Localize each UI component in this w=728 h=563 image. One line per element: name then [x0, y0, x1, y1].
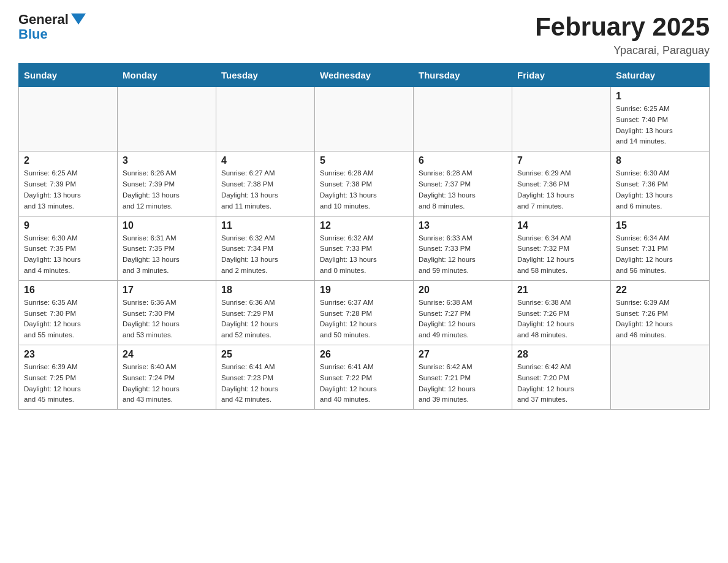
calendar-cell: 17Sunrise: 6:36 AMSunset: 7:30 PMDayligh…	[118, 280, 216, 345]
calendar-cell: 25Sunrise: 6:41 AMSunset: 7:23 PMDayligh…	[216, 345, 315, 410]
calendar-cell: 3Sunrise: 6:26 AMSunset: 7:39 PMDaylight…	[118, 151, 216, 216]
calendar-cell: 13Sunrise: 6:33 AMSunset: 7:33 PMDayligh…	[414, 216, 512, 280]
day-info: Sunrise: 6:39 AMSunset: 7:25 PMDaylight:…	[24, 362, 112, 405]
day-header-thursday: Thursday	[414, 64, 512, 87]
day-info: Sunrise: 6:28 AMSunset: 7:37 PMDaylight:…	[419, 168, 507, 212]
calendar-cell: 6Sunrise: 6:28 AMSunset: 7:37 PMDaylight…	[414, 151, 512, 216]
calendar-cell	[19, 87, 118, 151]
calendar-table: SundayMondayTuesdayWednesdayThursdayFrid…	[18, 63, 710, 410]
logo-triangle-icon	[71, 13, 86, 25]
day-info: Sunrise: 6:41 AMSunset: 7:22 PMDaylight:…	[320, 362, 408, 405]
day-info: Sunrise: 6:38 AMSunset: 7:27 PMDaylight:…	[419, 297, 507, 341]
day-number: 23	[24, 349, 112, 360]
day-info: Sunrise: 6:36 AMSunset: 7:30 PMDaylight:…	[123, 297, 211, 341]
calendar-cell: 1Sunrise: 6:25 AMSunset: 7:40 PMDaylight…	[611, 87, 710, 151]
day-number: 18	[221, 285, 309, 296]
calendar-cell: 22Sunrise: 6:39 AMSunset: 7:26 PMDayligh…	[611, 280, 710, 345]
day-info: Sunrise: 6:26 AMSunset: 7:39 PMDaylight:…	[123, 168, 211, 212]
day-info: Sunrise: 6:42 AMSunset: 7:20 PMDaylight:…	[517, 362, 605, 405]
calendar-cell: 21Sunrise: 6:38 AMSunset: 7:26 PMDayligh…	[512, 280, 611, 345]
day-info: Sunrise: 6:27 AMSunset: 7:38 PMDaylight:…	[221, 168, 309, 212]
calendar-cell: 14Sunrise: 6:34 AMSunset: 7:32 PMDayligh…	[512, 216, 611, 280]
week-row-4: 16Sunrise: 6:35 AMSunset: 7:30 PMDayligh…	[19, 280, 710, 345]
day-number: 25	[221, 349, 309, 360]
title-block: February 2025 Ypacarai, Paraguay	[535, 12, 710, 57]
day-info: Sunrise: 6:30 AMSunset: 7:36 PMDaylight:…	[616, 168, 704, 212]
day-number: 4	[221, 155, 309, 166]
day-number: 26	[320, 349, 408, 360]
day-info: Sunrise: 6:39 AMSunset: 7:26 PMDaylight:…	[616, 297, 704, 341]
day-info: Sunrise: 6:32 AMSunset: 7:34 PMDaylight:…	[221, 233, 309, 277]
calendar-cell: 18Sunrise: 6:36 AMSunset: 7:29 PMDayligh…	[216, 280, 315, 345]
day-header-saturday: Saturday	[611, 64, 710, 87]
day-header-monday: Monday	[118, 64, 216, 87]
calendar-cell: 19Sunrise: 6:37 AMSunset: 7:28 PMDayligh…	[315, 280, 414, 345]
day-number: 8	[616, 155, 704, 166]
calendar-cell	[118, 87, 216, 151]
day-number: 14	[517, 220, 605, 231]
calendar-cell: 16Sunrise: 6:35 AMSunset: 7:30 PMDayligh…	[19, 280, 118, 345]
calendar-cell: 8Sunrise: 6:30 AMSunset: 7:36 PMDaylight…	[611, 151, 710, 216]
day-info: Sunrise: 6:30 AMSunset: 7:35 PMDaylight:…	[24, 233, 112, 277]
day-info: Sunrise: 6:42 AMSunset: 7:21 PMDaylight:…	[419, 362, 507, 405]
day-info: Sunrise: 6:34 AMSunset: 7:32 PMDaylight:…	[517, 233, 605, 277]
day-info: Sunrise: 6:40 AMSunset: 7:24 PMDaylight:…	[123, 362, 211, 405]
logo-blue: Blue	[18, 27, 48, 42]
day-number: 11	[221, 220, 309, 231]
calendar-header-row: SundayMondayTuesdayWednesdayThursdayFrid…	[19, 64, 710, 87]
day-number: 24	[123, 349, 211, 360]
day-number: 21	[517, 285, 605, 296]
calendar-cell: 4Sunrise: 6:27 AMSunset: 7:38 PMDaylight…	[216, 151, 315, 216]
day-info: Sunrise: 6:34 AMSunset: 7:31 PMDaylight:…	[616, 233, 704, 277]
calendar-cell	[315, 87, 414, 151]
day-header-sunday: Sunday	[19, 64, 118, 87]
day-info: Sunrise: 6:38 AMSunset: 7:26 PMDaylight:…	[517, 297, 605, 341]
day-number: 9	[24, 220, 112, 231]
calendar-cell: 12Sunrise: 6:32 AMSunset: 7:33 PMDayligh…	[315, 216, 414, 280]
day-info: Sunrise: 6:25 AMSunset: 7:40 PMDaylight:…	[616, 104, 704, 147]
day-number: 3	[123, 155, 211, 166]
day-info: Sunrise: 6:41 AMSunset: 7:23 PMDaylight:…	[221, 362, 309, 405]
calendar-cell	[414, 87, 512, 151]
calendar-cell: 24Sunrise: 6:40 AMSunset: 7:24 PMDayligh…	[118, 345, 216, 410]
day-info: Sunrise: 6:25 AMSunset: 7:39 PMDaylight:…	[24, 168, 112, 212]
calendar-cell: 7Sunrise: 6:29 AMSunset: 7:36 PMDaylight…	[512, 151, 611, 216]
day-number: 20	[419, 285, 507, 296]
logo: General Blue	[18, 12, 86, 42]
day-number: 2	[24, 155, 112, 166]
day-number: 19	[320, 285, 408, 296]
calendar-cell: 23Sunrise: 6:39 AMSunset: 7:25 PMDayligh…	[19, 345, 118, 410]
day-number: 1	[616, 91, 704, 102]
day-info: Sunrise: 6:35 AMSunset: 7:30 PMDaylight:…	[24, 297, 112, 341]
day-number: 17	[123, 285, 211, 296]
calendar-cell	[611, 345, 710, 410]
day-header-friday: Friday	[512, 64, 611, 87]
calendar-cell: 2Sunrise: 6:25 AMSunset: 7:39 PMDaylight…	[19, 151, 118, 216]
day-number: 7	[517, 155, 605, 166]
calendar-cell: 27Sunrise: 6:42 AMSunset: 7:21 PMDayligh…	[414, 345, 512, 410]
day-number: 10	[123, 220, 211, 231]
location: Ypacarai, Paraguay	[535, 44, 710, 57]
day-header-wednesday: Wednesday	[315, 64, 414, 87]
day-number: 12	[320, 220, 408, 231]
day-number: 28	[517, 349, 605, 360]
day-info: Sunrise: 6:32 AMSunset: 7:33 PMDaylight:…	[320, 233, 408, 277]
day-info: Sunrise: 6:37 AMSunset: 7:28 PMDaylight:…	[320, 297, 408, 341]
calendar-cell: 9Sunrise: 6:30 AMSunset: 7:35 PMDaylight…	[19, 216, 118, 280]
day-number: 6	[419, 155, 507, 166]
day-number: 22	[616, 285, 704, 296]
calendar-cell: 15Sunrise: 6:34 AMSunset: 7:31 PMDayligh…	[611, 216, 710, 280]
day-number: 5	[320, 155, 408, 166]
day-info: Sunrise: 6:31 AMSunset: 7:35 PMDaylight:…	[123, 233, 211, 277]
week-row-1: 1Sunrise: 6:25 AMSunset: 7:40 PMDaylight…	[19, 87, 710, 151]
day-info: Sunrise: 6:33 AMSunset: 7:33 PMDaylight:…	[419, 233, 507, 277]
calendar-cell	[216, 87, 315, 151]
day-header-tuesday: Tuesday	[216, 64, 315, 87]
day-number: 15	[616, 220, 704, 231]
week-row-2: 2Sunrise: 6:25 AMSunset: 7:39 PMDaylight…	[19, 151, 710, 216]
day-info: Sunrise: 6:36 AMSunset: 7:29 PMDaylight:…	[221, 297, 309, 341]
calendar-cell: 26Sunrise: 6:41 AMSunset: 7:22 PMDayligh…	[315, 345, 414, 410]
day-number: 13	[419, 220, 507, 231]
day-number: 27	[419, 349, 507, 360]
page-header: General Blue February 2025 Ypacarai, Par…	[18, 12, 710, 57]
